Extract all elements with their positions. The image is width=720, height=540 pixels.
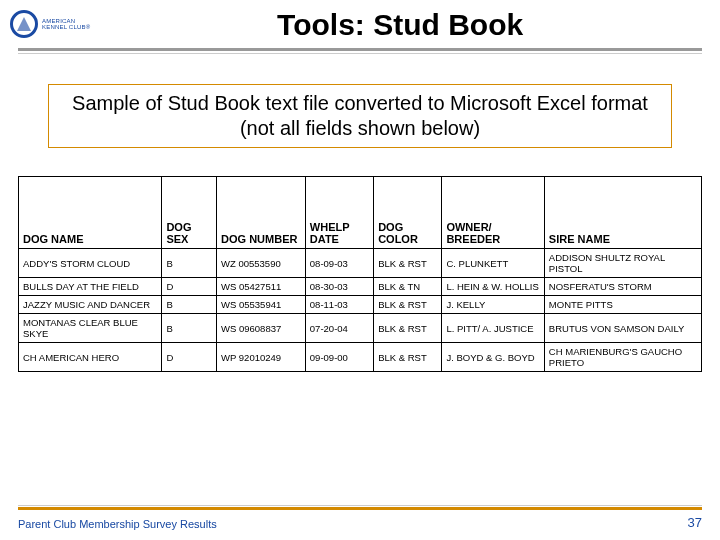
logo-text: AMERICAN KENNEL CLUB® [42, 18, 90, 30]
table-cell: 08-09-03 [305, 249, 373, 278]
table-cell: WS 09608837 [217, 314, 306, 343]
table-cell: MONTANAS CLEAR BLUE SKYE [19, 314, 162, 343]
table-cell: B [162, 314, 217, 343]
caption-text: Sample of Stud Book text file converted … [72, 92, 648, 139]
col-header: OWNER/ BREEDER [442, 177, 544, 249]
table-cell: L. HEIN & W. HOLLIS [442, 278, 544, 296]
table-cell: WP 92010249 [217, 343, 306, 372]
footer-divider [18, 505, 702, 510]
table-cell: C. PLUNKETT [442, 249, 544, 278]
table-cell: NOSFERATU'S STORM [544, 278, 701, 296]
divider [18, 48, 702, 51]
table-cell: BLK & RST [374, 296, 442, 314]
table-cell: D [162, 343, 217, 372]
table-cell: B [162, 249, 217, 278]
table-cell: L. PITT/ A. JUSTICE [442, 314, 544, 343]
header: AMERICAN KENNEL CLUB® Tools: Stud Book [0, 0, 720, 42]
table-cell: WS 05535941 [217, 296, 306, 314]
col-header: WHELP DATE [305, 177, 373, 249]
table-cell: BULLS DAY AT THE FIELD [19, 278, 162, 296]
table-header-row: DOG NAME DOG SEX DOG NUMBER WHELP DATE D… [19, 177, 702, 249]
col-header: DOG COLOR [374, 177, 442, 249]
table-cell: MONTE PITTS [544, 296, 701, 314]
page-number: 37 [688, 515, 702, 530]
table-cell: JAZZY MUSIC AND DANCER [19, 296, 162, 314]
table-cell: WZ 00553590 [217, 249, 306, 278]
table-row: JAZZY MUSIC AND DANCERBWS 0553594108-11-… [19, 296, 702, 314]
data-table-container: DOG NAME DOG SEX DOG NUMBER WHELP DATE D… [18, 176, 702, 372]
table-head: DOG NAME DOG SEX DOG NUMBER WHELP DATE D… [19, 177, 702, 249]
table-cell: B [162, 296, 217, 314]
table-cell: 08-30-03 [305, 278, 373, 296]
table-cell: BLK & RST [374, 249, 442, 278]
logo-mark-icon [10, 10, 38, 38]
org-logo: AMERICAN KENNEL CLUB® [10, 10, 90, 38]
page-title: Tools: Stud Book [90, 8, 710, 42]
table-cell: BLK & RST [374, 343, 442, 372]
table-cell: 08-11-03 [305, 296, 373, 314]
footer-left: Parent Club Membership Survey Results [18, 518, 217, 530]
table-cell: BRUTUS VON SAMSON DAILY [544, 314, 701, 343]
table-cell: CH MARIENBURG'S GAUCHO PRIETO [544, 343, 701, 372]
table-cell: ADDY'S STORM CLOUD [19, 249, 162, 278]
table-row: ADDY'S STORM CLOUDBWZ 0055359008-09-03BL… [19, 249, 702, 278]
table-cell: 09-09-00 [305, 343, 373, 372]
col-header: DOG NUMBER [217, 177, 306, 249]
table-body: ADDY'S STORM CLOUDBWZ 0055359008-09-03BL… [19, 249, 702, 372]
table-cell: 07-20-04 [305, 314, 373, 343]
table-row: BULLS DAY AT THE FIELDDWS 0542751108-30-… [19, 278, 702, 296]
data-table: DOG NAME DOG SEX DOG NUMBER WHELP DATE D… [18, 176, 702, 372]
table-cell: D [162, 278, 217, 296]
col-header: SIRE NAME [544, 177, 701, 249]
col-header: DOG NAME [19, 177, 162, 249]
table-cell: ADDISON SHULTZ ROYAL PISTOL [544, 249, 701, 278]
table-cell: WS 05427511 [217, 278, 306, 296]
table-cell: J. KELLY [442, 296, 544, 314]
table-cell: CH AMERICAN HERO [19, 343, 162, 372]
table-cell: BLK & RST [374, 314, 442, 343]
table-cell: BLK & TN [374, 278, 442, 296]
divider [18, 53, 702, 54]
table-row: MONTANAS CLEAR BLUE SKYEBWS 0960883707-2… [19, 314, 702, 343]
table-cell: J. BOYD & G. BOYD [442, 343, 544, 372]
col-header: DOG SEX [162, 177, 217, 249]
caption-box: Sample of Stud Book text file converted … [48, 84, 672, 148]
table-row: CH AMERICAN HERODWP 9201024909-09-00BLK … [19, 343, 702, 372]
